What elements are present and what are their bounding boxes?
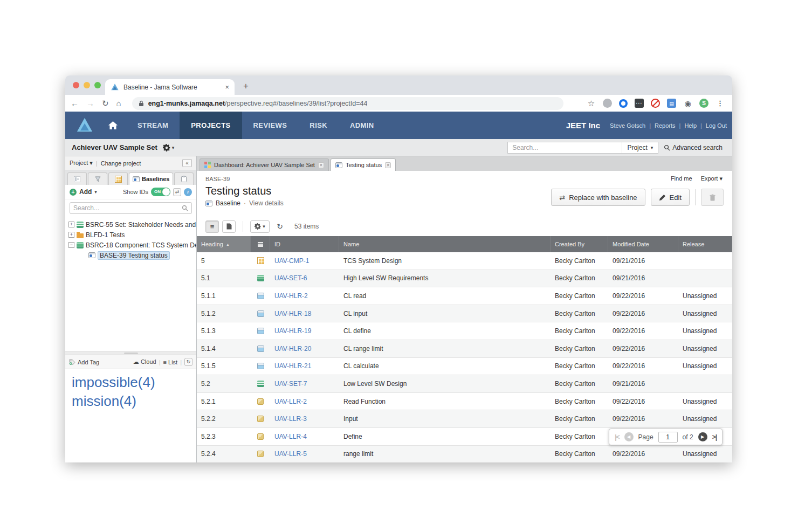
settings-dropdown-button[interactable]: ▾ xyxy=(250,220,270,233)
tab-filter[interactable] xyxy=(88,172,107,185)
doc-tab[interactable]: Dashboard: Achiever UAV Sample Set× xyxy=(200,158,329,171)
profile-avatar[interactable]: S xyxy=(699,99,708,108)
item-id-link[interactable]: UAV-HLR-19 xyxy=(274,327,311,335)
close-tab-icon[interactable]: × xyxy=(225,83,229,91)
extension-gray-icon[interactable] xyxy=(603,99,612,108)
nav-item-admin[interactable]: ADMIN xyxy=(339,112,386,139)
expand-icon[interactable]: + xyxy=(68,222,74,227)
browser-menu-icon[interactable]: ⋮ xyxy=(716,99,725,108)
zoom-window-button[interactable] xyxy=(94,82,101,88)
change-project-link[interactable]: Change project xyxy=(101,160,141,167)
sidebar-project-dropdown[interactable]: Project ▾ xyxy=(70,160,93,167)
column-header-id[interactable]: ID xyxy=(270,236,339,252)
user-link-log-out[interactable]: Log Out xyxy=(706,122,727,129)
first-page-button[interactable]: |< xyxy=(615,433,619,441)
column-header-release[interactable]: Release xyxy=(678,236,732,252)
extension-blue-ring-icon[interactable] xyxy=(619,99,628,108)
extension-blocked-icon[interactable] xyxy=(651,99,660,108)
edit-button[interactable]: Edit xyxy=(651,189,690,206)
item-id-link[interactable]: UAV-HLR-2 xyxy=(274,292,308,300)
list-view-button[interactable]: ≡ xyxy=(205,220,219,233)
table-row[interactable]: 5.1.2UAV-HLR-18CL inputBecky Carlton09/2… xyxy=(197,305,732,323)
close-icon[interactable]: × xyxy=(318,162,324,168)
tree-item[interactable]: BASE-39 Testing status xyxy=(65,250,196,260)
search-scope-dropdown[interactable]: Project ▾ xyxy=(622,142,658,153)
list-view-button[interactable]: ≡ List xyxy=(163,359,178,365)
table-row[interactable]: 5.2.1UAV-LLR-2Read FunctionBecky Carlton… xyxy=(197,393,732,411)
tag-link[interactable]: impossible(4) xyxy=(72,374,190,391)
delete-button[interactable] xyxy=(701,189,724,206)
last-page-button[interactable]: >| xyxy=(712,433,717,441)
forward-icon[interactable]: → xyxy=(86,99,94,108)
next-page-button[interactable]: ▶ xyxy=(698,432,707,441)
expand-icon[interactable]: + xyxy=(68,232,74,238)
extensions-puzzle-icon[interactable]: ◉ xyxy=(683,99,692,108)
add-tag-button[interactable]: Add Tag xyxy=(78,359,99,365)
column-header-modified-date[interactable]: Modified Date xyxy=(608,236,678,252)
user-link-help[interactable]: Help xyxy=(684,122,697,129)
tree-item[interactable]: −BSRC-18 Component: TCS System Desigr xyxy=(65,240,196,250)
global-search-input[interactable] xyxy=(508,144,622,151)
close-window-button[interactable] xyxy=(73,82,79,88)
column-header-created-by[interactable]: Created By xyxy=(551,236,608,252)
refresh-tags-button[interactable]: ↻ xyxy=(184,358,192,366)
table-row[interactable]: 5UAV-CMP-1TCS System DesignBecky Carlton… xyxy=(197,252,732,270)
project-settings-button[interactable]: ▾ xyxy=(163,144,175,151)
item-id-link[interactable]: UAV-LLR-5 xyxy=(274,450,307,458)
tag-link[interactable]: mission(4) xyxy=(72,392,190,410)
bookmark-star-icon[interactable]: ☆ xyxy=(587,99,596,108)
item-id-link[interactable]: UAV-HLR-21 xyxy=(274,362,311,370)
view-details-link[interactable]: View details xyxy=(249,199,284,207)
cloud-view-button[interactable]: ☁ Cloud xyxy=(133,358,156,365)
column-header-name[interactable]: Name xyxy=(339,236,551,252)
sidebar-search-input[interactable] xyxy=(73,204,182,212)
new-tab-button[interactable]: + xyxy=(243,81,249,92)
nav-item-stream[interactable]: STREAM xyxy=(126,112,180,139)
address-bar[interactable]: eng1-munks.jamaqa.net/perspective.req#/b… xyxy=(132,97,563,110)
refresh-button[interactable]: ↻ xyxy=(273,222,287,231)
item-id-link[interactable]: UAV-LLR-2 xyxy=(274,398,307,405)
document-view-button[interactable] xyxy=(222,220,236,233)
panel-splitter[interactable] xyxy=(65,351,196,355)
show-ids-toggle[interactable]: ON xyxy=(151,188,170,196)
nav-item-reviews[interactable]: REVIEWS xyxy=(242,112,299,139)
browser-tab[interactable]: Baseline - Jama Software × xyxy=(105,79,235,95)
add-button[interactable]: Add xyxy=(79,188,92,196)
home-icon[interactable]: ⌂ xyxy=(116,99,121,108)
item-id-link[interactable]: UAV-LLR-4 xyxy=(274,433,307,440)
close-icon[interactable]: × xyxy=(385,162,391,168)
tab-explorer[interactable] xyxy=(67,172,87,185)
user-link-steve-gotsch[interactable]: Steve Gotsch xyxy=(610,122,645,129)
item-id-link[interactable]: UAV-SET-7 xyxy=(274,380,307,388)
doc-tab[interactable]: Testing status× xyxy=(331,158,396,171)
nav-item-risk[interactable]: RISK xyxy=(298,112,339,139)
minimize-window-button[interactable] xyxy=(84,82,90,88)
table-row[interactable]: 5.2.2UAV-LLR-3InputBecky Carlton09/22/20… xyxy=(197,410,732,428)
info-icon[interactable]: i xyxy=(184,188,192,196)
item-id-link[interactable]: UAV-SET-6 xyxy=(274,274,307,282)
extension-page-icon[interactable]: ▤ xyxy=(667,99,676,108)
previous-page-button[interactable]: ◀ xyxy=(624,432,634,441)
nav-item-projects[interactable]: PROJECTS xyxy=(180,112,242,139)
reload-icon[interactable]: ↻ xyxy=(102,99,109,108)
item-id-link[interactable]: UAV-CMP-1 xyxy=(274,257,309,265)
table-row[interactable]: 5.2UAV-SET-7Low Level SW DesignBecky Car… xyxy=(197,375,732,393)
table-row[interactable]: 5.1UAV-SET-6High Level SW RequirementsBe… xyxy=(197,270,732,288)
column-header-type[interactable] xyxy=(251,236,270,252)
home-nav-icon[interactable] xyxy=(108,121,118,129)
item-id-link[interactable]: UAV-HLR-18 xyxy=(274,310,311,317)
table-row[interactable]: 5.1.3UAV-HLR-19CL defineBecky Carlton09/… xyxy=(197,322,732,340)
collapse-sidebar-button[interactable]: « xyxy=(182,159,192,167)
chevron-down-icon[interactable]: ▾ xyxy=(94,189,97,195)
replace-with-baseline-button[interactable]: ⇄ Replace with baseline xyxy=(551,189,645,206)
sync-ids-button[interactable]: ⇄ xyxy=(173,188,181,196)
page-number-input[interactable] xyxy=(658,432,678,443)
table-row[interactable]: 5.1.5UAV-HLR-21CL calculateBecky Carlton… xyxy=(197,358,732,376)
tree-item[interactable]: +BLFD-1 Tests xyxy=(65,230,196,240)
tree-item[interactable]: +BSRC-55 Set: Stakeholder Needs and Mis xyxy=(65,219,196,230)
user-link-reports[interactable]: Reports xyxy=(655,122,676,129)
tab-baselines[interactable]: Baselines xyxy=(129,172,173,185)
tab-reviews-clipboard[interactable] xyxy=(174,172,194,185)
collapse-icon[interactable]: − xyxy=(68,242,74,248)
table-row[interactable]: 5.1.4UAV-HLR-20CL range limitBecky Carlt… xyxy=(197,340,732,358)
